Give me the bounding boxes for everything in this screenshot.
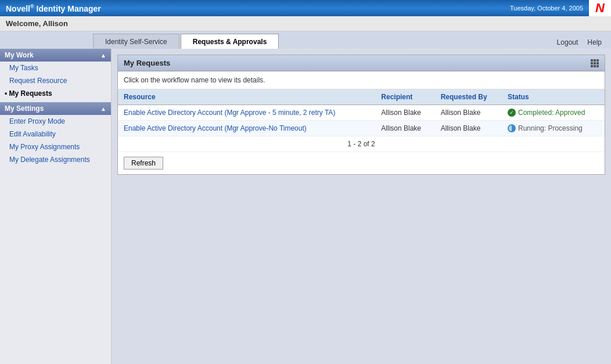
requested-by-cell-1: Allison Blake: [435, 105, 502, 121]
sidebar-section-my-settings[interactable]: My Settings ▲: [0, 102, 111, 115]
sidebar-item-enter-proxy-mode[interactable]: Enter Proxy Mode: [0, 115, 111, 128]
resource-cell-1: Enable Active Directory Account (Mgr App…: [118, 105, 375, 121]
check-icon: ✓: [508, 109, 516, 117]
col-recipient: Recipient: [375, 89, 434, 105]
refresh-area: Refresh: [118, 152, 605, 174]
panel-subtitle: Click on the workflow name to view its d…: [118, 71, 605, 89]
header-date: Tuesday, October 4, 2005: [510, 5, 583, 12]
sidebar: My Work ▲ My Tasks Request Resource My R…: [0, 49, 112, 364]
help-link[interactable]: Help: [587, 38, 602, 46]
app-title: Novell® Identity Manager: [6, 3, 101, 13]
table-row: Enable Active Directory Account (Mgr App…: [118, 105, 605, 121]
col-status: Status: [502, 89, 605, 105]
resource-link-1[interactable]: Enable Active Directory Account (Mgr App…: [124, 109, 335, 117]
resource-cell-2: Enable Active Directory Account (Mgr App…: [118, 121, 375, 136]
requests-table: Resource Recipient Requested By Status E…: [118, 89, 605, 136]
refresh-button[interactable]: Refresh: [124, 157, 163, 170]
my-settings-label: My Settings: [5, 104, 44, 113]
grid-view-icon[interactable]: [591, 59, 599, 67]
running-icon: [508, 124, 516, 132]
panel-header: My Requests: [118, 55, 605, 71]
my-requests-panel: My Requests Click on the workflow name t…: [117, 55, 605, 175]
status-text-1: Completed: Approved: [518, 109, 585, 117]
sidebar-item-request-resource[interactable]: Request Resource: [0, 74, 111, 87]
collapse-icon-settings: ▲: [100, 106, 106, 112]
panel-title: My Requests: [124, 59, 170, 67]
registered-symbol: ®: [30, 3, 34, 9]
content-area: My Requests Click on the workflow name t…: [112, 49, 611, 364]
my-work-label: My Work: [5, 51, 34, 59]
collapse-icon: ▲: [100, 52, 106, 59]
status-cell-2: Running: Processing: [502, 121, 605, 136]
status-cell-1: ✓ Completed: Approved: [502, 105, 605, 121]
novell-n-logo: N: [589, 0, 611, 16]
sidebar-item-my-requests[interactable]: My Requests: [0, 87, 111, 100]
col-requested-by: Requested By: [435, 89, 502, 105]
tab-requests-approvals[interactable]: Requests & Approvals: [181, 34, 279, 49]
sidebar-item-my-tasks[interactable]: My Tasks: [0, 62, 111, 74]
recipient-cell-2: Allison Blake: [375, 121, 434, 136]
sidebar-item-edit-availability[interactable]: Edit Availability: [0, 128, 111, 140]
idm-label: Identity Manager: [37, 3, 101, 13]
resource-link-2[interactable]: Enable Active Directory Account (Mgr App…: [124, 124, 307, 132]
sidebar-item-my-proxy-assignments[interactable]: My Proxy Assignments: [0, 140, 111, 153]
welcome-text: Welcome, Allison: [6, 19, 68, 28]
tab-self-service[interactable]: Identity Self-Service: [93, 34, 179, 49]
table-row: Enable Active Directory Account (Mgr App…: [118, 121, 605, 136]
novell-label: Novell: [6, 3, 30, 13]
requested-by-cell-2: Allison Blake: [435, 121, 502, 136]
sidebar-item-my-delegate-assignments[interactable]: My Delegate Assignments: [0, 153, 111, 166]
status-text-2: Running: Processing: [518, 124, 583, 132]
header-bar: Novell® Identity Manager: [0, 0, 297, 16]
sidebar-section-my-work[interactable]: My Work ▲: [0, 49, 111, 62]
pagination: 1 - 2 of 2: [118, 136, 605, 152]
col-resource: Resource: [118, 89, 375, 105]
logout-link[interactable]: Logout: [557, 38, 578, 46]
recipient-cell-1: Allison Blake: [375, 105, 434, 121]
